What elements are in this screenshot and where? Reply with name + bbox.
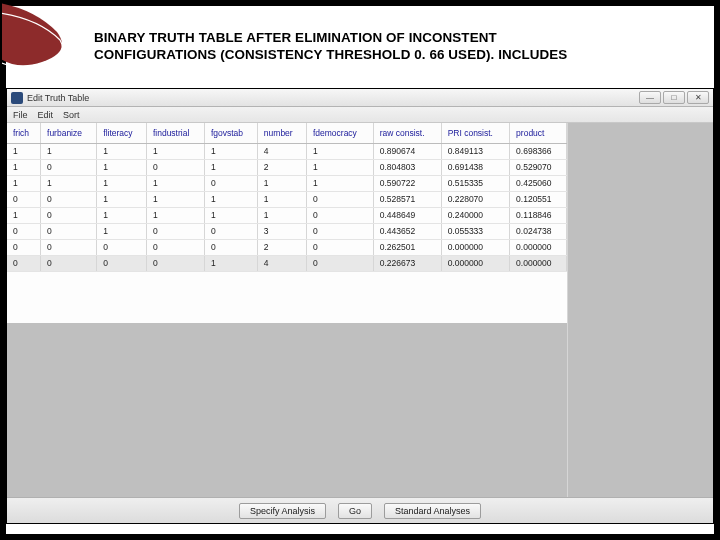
table-cell: 0.849113 xyxy=(441,143,509,159)
table-row[interactable]: 00111100.5285710.2280700.120551 xyxy=(7,191,567,207)
grey-fill xyxy=(7,323,567,497)
table-cell: 1 xyxy=(146,175,204,191)
table-cell: 1 xyxy=(7,207,41,223)
truth-table: frichfurbanizefliteracyfindustrialfgovst… xyxy=(7,123,567,272)
column-header[interactable]: number xyxy=(257,123,306,143)
table-cell: 0.691438 xyxy=(441,159,509,175)
table-row[interactable]: 10101210.8048030.6914380.529070 xyxy=(7,159,567,175)
table-cell: 1 xyxy=(97,191,147,207)
table-row[interactable]: 00001400.2266730.0000000.000000 xyxy=(7,255,567,271)
table-cell: 0.000000 xyxy=(510,255,567,271)
table-cell: 1 xyxy=(204,207,257,223)
table-cell: 0.000000 xyxy=(441,255,509,271)
table-cell: 0.228070 xyxy=(441,191,509,207)
table-row[interactable]: 00000200.2625010.0000000.000000 xyxy=(7,239,567,255)
menu-sort[interactable]: Sort xyxy=(63,110,80,120)
table-cell: 3 xyxy=(257,223,306,239)
minimize-button[interactable]: — xyxy=(639,91,661,104)
table-cell: 4 xyxy=(257,255,306,271)
table-cell: 0 xyxy=(204,175,257,191)
table-cell: 0 xyxy=(306,223,373,239)
column-header[interactable]: PRI consist. xyxy=(441,123,509,143)
table-cell: 0 xyxy=(146,239,204,255)
table-cell: 4 xyxy=(257,143,306,159)
table-cell: 0.590722 xyxy=(373,175,441,191)
table-cell: 1 xyxy=(97,175,147,191)
menubar: File Edit Sort xyxy=(7,107,713,123)
table-cell: 0 xyxy=(146,255,204,271)
table-cell: 0 xyxy=(204,239,257,255)
column-header[interactable]: frich xyxy=(7,123,41,143)
table-cell: 0 xyxy=(97,255,147,271)
table-cell: 0 xyxy=(7,239,41,255)
table-cell: 0 xyxy=(41,191,97,207)
table-cell: 0.120551 xyxy=(510,191,567,207)
table-cell: 1 xyxy=(41,175,97,191)
column-header[interactable]: fdemocracy xyxy=(306,123,373,143)
table-cell: 2 xyxy=(257,159,306,175)
column-header[interactable]: findustrial xyxy=(146,123,204,143)
slide-title-line1: BINARY TRUTH TABLE AFTER ELIMINATION OF … xyxy=(94,30,704,47)
table-cell: 1 xyxy=(7,143,41,159)
table-area: frichfurbanizefliteracyfindustrialfgovst… xyxy=(7,123,713,497)
window-title: Edit Truth Table xyxy=(27,93,89,103)
table-cell: 0 xyxy=(146,223,204,239)
table-row[interactable]: 00100300.4436520.0553330.024738 xyxy=(7,223,567,239)
table-cell: 0.528571 xyxy=(373,191,441,207)
table-cell: 0.515335 xyxy=(441,175,509,191)
table-cell: 1 xyxy=(306,159,373,175)
table-cell: 1 xyxy=(204,143,257,159)
table-row[interactable]: 11111410.8906740.8491130.698366 xyxy=(7,143,567,159)
table-cell: 1 xyxy=(7,175,41,191)
table-row[interactable]: 11110110.5907220.5153350.425060 xyxy=(7,175,567,191)
table-cell: 1 xyxy=(204,191,257,207)
table-row[interactable]: 10111100.4486490.2400000.118846 xyxy=(7,207,567,223)
table-cell: 0 xyxy=(146,159,204,175)
column-header[interactable]: raw consist. xyxy=(373,123,441,143)
table-cell: 0 xyxy=(97,239,147,255)
table-cell: 0.240000 xyxy=(441,207,509,223)
table-cell: 1 xyxy=(204,255,257,271)
table-cell: 0.118846 xyxy=(510,207,567,223)
table-cell: 0 xyxy=(306,239,373,255)
table-cell: 0 xyxy=(41,255,97,271)
table-cell: 0.448649 xyxy=(373,207,441,223)
close-button[interactable]: ✕ xyxy=(687,91,709,104)
table-cell: 0 xyxy=(41,223,97,239)
specify-analysis-button[interactable]: Specify Analysis xyxy=(239,503,326,519)
table-cell: 0.890674 xyxy=(373,143,441,159)
table-cell: 0 xyxy=(7,223,41,239)
column-header[interactable]: product xyxy=(510,123,567,143)
table-cell: 0 xyxy=(41,207,97,223)
table-cell: 0 xyxy=(204,223,257,239)
column-header[interactable]: furbanize xyxy=(41,123,97,143)
table-cell: 1 xyxy=(97,223,147,239)
table-cell: 0.698366 xyxy=(510,143,567,159)
table-cell: 1 xyxy=(204,159,257,175)
table-cell: 1 xyxy=(257,191,306,207)
standard-analyses-button[interactable]: Standard Analyses xyxy=(384,503,481,519)
maximize-button[interactable]: □ xyxy=(663,91,685,104)
side-fill xyxy=(567,123,713,497)
slide-title: BINARY TRUTH TABLE AFTER ELIMINATION OF … xyxy=(94,30,704,64)
table-cell: 0.443652 xyxy=(373,223,441,239)
table-cell: 0.226673 xyxy=(373,255,441,271)
table-cell: 0.529070 xyxy=(510,159,567,175)
table-cell: 0.262501 xyxy=(373,239,441,255)
go-button[interactable]: Go xyxy=(338,503,372,519)
table-cell: 1 xyxy=(146,207,204,223)
table-cell: 0 xyxy=(7,255,41,271)
table-cell: 0.804803 xyxy=(373,159,441,175)
slide-title-line2: CONFIGURATIONS (CONSISTENCY THRESHOLD 0.… xyxy=(94,47,704,64)
table-cell: 1 xyxy=(257,175,306,191)
column-header[interactable]: fgovstab xyxy=(204,123,257,143)
menu-edit[interactable]: Edit xyxy=(38,110,54,120)
table-cell: 0 xyxy=(306,255,373,271)
table-cell: 0.425060 xyxy=(510,175,567,191)
menu-file[interactable]: File xyxy=(13,110,28,120)
table-cell: 1 xyxy=(257,207,306,223)
column-header[interactable]: fliteracy xyxy=(97,123,147,143)
table-cell: 1 xyxy=(97,159,147,175)
table-cell: 1 xyxy=(7,159,41,175)
table-cell: 1 xyxy=(41,143,97,159)
